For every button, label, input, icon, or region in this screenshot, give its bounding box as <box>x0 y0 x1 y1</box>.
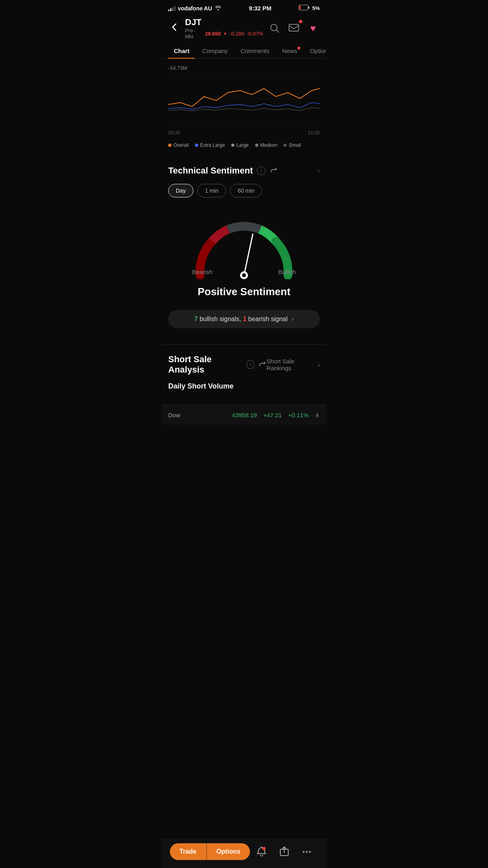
bullish-count: 7 <box>194 316 198 322</box>
svg-point-13 <box>262 847 266 850</box>
short-sale-header: Short Sale Analysis i Short Sale Ranking… <box>168 354 320 375</box>
tab-options[interactable]: Options <box>304 43 326 58</box>
trade-button[interactable]: Trade <box>170 843 206 860</box>
ticker-symbol: DJT <box>185 17 263 28</box>
search-button[interactable] <box>268 22 281 35</box>
battery-icon <box>299 5 310 12</box>
chart-y-label: -54.73M <box>168 65 320 71</box>
bullish-label: Bullish <box>278 268 296 275</box>
ticker-info: DJT Pre-Mkt 28.650 ▼ -0.280 -0.97% <box>185 17 263 39</box>
gauge-container: Bearish Bullish Positive Sentiment <box>168 209 320 302</box>
ticker-chevron-up-icon: ∧ <box>315 411 320 419</box>
short-sale-rankings-link[interactable]: Short Sale Rankings › <box>266 358 320 371</box>
nav-tabs: Chart Company Comments News Options <box>162 43 326 59</box>
ticker-price-row: Pre-Mkt 28.650 ▼ -0.280 -0.97% <box>185 28 263 39</box>
short-sale-title: Short Sale Analysis <box>168 354 242 375</box>
sentiment-result-label: Positive Sentiment <box>198 286 291 298</box>
sentiment-chevron-icon[interactable]: › <box>317 167 320 175</box>
period-60min-button[interactable]: 60 min <box>230 184 262 197</box>
rankings-chevron-icon: › <box>318 361 320 368</box>
price-value: 28.650 <box>205 31 221 37</box>
ticker-bar-name: Dow <box>168 412 226 418</box>
gauge-wrapper: Bearish Bullish <box>188 217 300 279</box>
time-period-buttons: Day 1 min 60 min <box>168 184 320 197</box>
legend-overall-dot <box>168 144 171 147</box>
ticker-bar-change: +47.21 <box>263 412 281 418</box>
daily-short-title: Daily Short Volume <box>168 382 320 391</box>
short-sale-share-button[interactable] <box>258 360 266 369</box>
chart-area: -54.73M 09:30 16:00 <box>162 59 326 138</box>
tab-news[interactable]: News <box>277 43 303 58</box>
sentiment-info-button[interactable]: i <box>257 166 266 175</box>
price-change: -0.280 <box>230 31 244 37</box>
time-display: 9:32 PM <box>249 5 272 12</box>
gauge-labels: Bearish Bullish <box>188 268 300 275</box>
legend-extra-large: Extra Large <box>195 142 225 148</box>
share-button[interactable] <box>276 844 292 860</box>
header-icons: ♥ <box>268 22 320 35</box>
legend-extralarge-dot <box>195 144 198 147</box>
svg-rect-2 <box>308 6 309 9</box>
heart-icon: ♥ <box>310 23 316 34</box>
short-sale-info-button[interactable]: i <box>246 360 254 369</box>
bottom-bar: Trade Options <box>162 839 326 868</box>
chart-canvas <box>168 73 320 128</box>
tab-chart[interactable]: Chart <box>168 43 195 58</box>
sentiment-share-button[interactable] <box>270 166 278 175</box>
svg-line-4 <box>276 30 279 32</box>
tab-comments[interactable]: Comments <box>235 43 275 58</box>
battery-pct: 5% <box>312 5 320 11</box>
notification-button[interactable] <box>254 844 270 860</box>
favorite-button[interactable]: ♥ <box>306 22 320 35</box>
options-button[interactable]: Options <box>206 843 250 860</box>
legend-large-label: Large <box>236 142 249 148</box>
bullish-text: bullish signals, <box>200 316 241 322</box>
legend-small-label: Small <box>289 142 301 148</box>
status-left: vodafone AU <box>168 5 222 12</box>
sentiment-header: Technical Sentiment i › <box>168 166 320 176</box>
message-button[interactable] <box>287 22 301 35</box>
tab-company[interactable]: Company <box>197 43 233 58</box>
more-button[interactable] <box>299 844 315 860</box>
legend-extralarge-label: Extra Large <box>200 142 225 148</box>
bearish-label: Bearish <box>192 268 213 275</box>
short-sale-section: Short Sale Analysis i Short Sale Ranking… <box>162 345 326 405</box>
legend-small-dot <box>283 144 287 147</box>
bearish-count: 1 <box>243 316 246 322</box>
pre-market-label: Pre-Mkt <box>185 28 203 39</box>
price-pct: -0.97% <box>247 31 263 37</box>
status-right: 5% <box>299 5 320 12</box>
ticker-bar-price: 43958.19 <box>232 412 257 418</box>
legend-large-dot <box>231 144 234 147</box>
legend-medium-label: Medium <box>260 142 277 148</box>
signals-text: 7 bullish signals, 1 bearish signal <box>194 316 287 323</box>
signals-chevron-icon: › <box>291 316 293 323</box>
short-sale-rankings-label: Short Sale Rankings <box>266 358 316 371</box>
bottom-icons <box>250 844 318 860</box>
sentiment-title: Technical Sentiment <box>168 166 253 176</box>
chart-legend: Overall Extra Large Large Medium Small <box>162 138 326 156</box>
svg-rect-5 <box>289 24 299 31</box>
ticker-bar: Dow 43958.19 +47.21 +0.11% ∧ <box>162 405 326 425</box>
legend-overall: Overall <box>168 142 189 148</box>
ticker-bar-pct: +0.11% <box>288 412 309 418</box>
chart-time-start: 09:30 <box>168 130 180 136</box>
svg-rect-1 <box>299 6 301 10</box>
status-bar: vodafone AU 9:32 PM 5% <box>162 0 326 14</box>
more-icon <box>303 851 311 853</box>
period-day-button[interactable]: Day <box>168 184 193 197</box>
wifi-icon <box>214 5 222 12</box>
legend-small: Small <box>283 142 301 148</box>
message-notification-dot <box>299 20 302 23</box>
chart-time-labels: 09:30 16:00 <box>168 128 320 137</box>
legend-overall-label: Overall <box>173 142 189 148</box>
trade-options-container: Trade Options <box>170 843 250 860</box>
technical-sentiment-section: Technical Sentiment i › Day 1 min 60 min <box>162 156 326 344</box>
news-notification-dot <box>297 47 300 49</box>
back-button[interactable] <box>168 23 180 34</box>
legend-medium: Medium <box>255 142 277 148</box>
period-1min-button[interactable]: 1 min <box>197 184 226 197</box>
signals-button[interactable]: 7 bullish signals, 1 bearish signal › <box>168 310 320 328</box>
bearish-text: bearish signal <box>248 316 288 322</box>
signal-bars-icon <box>168 6 175 11</box>
